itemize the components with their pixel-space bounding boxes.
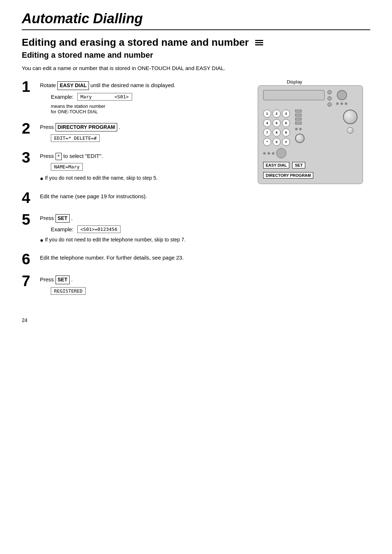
key-star: * [263,138,271,146]
step-number-4: 4 [22,190,40,205]
key-5: 5 [273,119,281,127]
device-wrapper: Display [258,79,370,184]
keypad: 1 2 3 4 5 6 7 8 9 * 0 # [263,110,290,146]
step1-text2: until the desired name is displayed. [90,82,175,88]
step5-note: If you do not need to edit the telephone… [45,237,186,243]
step7-text1: Press [40,276,56,282]
step7-text2: . [71,276,73,282]
step-number-1: 1 [22,79,40,94]
key-8: 8 [273,129,281,137]
dir-prog-label: DIRECTORY PROGRAM [263,172,313,179]
dot-d [295,128,298,130]
step-6: 6 Edit the telephone number. For further… [22,252,247,267]
step-number-5: 5 [22,212,40,227]
step-number-7: 7 [22,273,40,289]
key-9: 9 [282,129,290,137]
side-btn-3 [327,102,332,107]
step-number-3: 3 [22,150,40,165]
dir-prog-key-2: DIRECTORY PROGRAM [56,123,117,132]
display-label: Display [287,79,302,85]
step-3-content: Press * to select "EDIT". NAME=Mary ● If… [40,150,247,183]
step4-text: Edit the name (see page 19 for instructi… [40,192,247,200]
medium-knob [295,134,305,143]
device-column: Display [258,79,370,303]
device-body: 1 2 3 4 5 6 7 8 9 * 0 # [258,85,363,184]
step-1-content: Rotate EASY DIAL until the desired name … [40,79,247,114]
step-2: 2 Press DIRECTORY PROGRAM . EDIT=* DELET… [22,121,247,144]
step-1: 1 Rotate EASY DIAL until the desired nam… [22,79,247,114]
rect-2 [295,114,302,117]
step-2-content: Press DIRECTORY PROGRAM . EDIT=* DELETE=… [40,121,247,144]
step-number-6: 6 [22,252,40,267]
step3-text2: to select "EDIT". [64,153,103,159]
step-5-content: Press SET . Example: <S01>=0123456 ● If … [40,212,247,245]
rect-3 [295,118,302,121]
steps-column: 1 Rotate EASY DIAL until the desired nam… [22,79,247,303]
step-number-2: 2 [22,121,40,136]
step1-example: Example: Mary <S01> [51,91,247,102]
side-btn-2 [327,96,332,101]
lines-icon [255,40,263,45]
station-note: means the station numberfor ONE-TOUCH DI… [51,103,247,114]
dot-c [272,152,274,155]
key-7: 7 [263,129,271,137]
key-6: 6 [282,119,290,127]
small-knob [347,127,354,134]
step-4-content: Edit the name (see page 19 for instructi… [40,190,247,201]
page-number: 24 [22,317,28,323]
step3-text1: Press [40,153,56,159]
step5-display: <S01>=0123456 [77,225,121,233]
side-btn-1 [327,90,332,94]
step2-text2: . [119,124,120,130]
set-key-7: SET [56,276,70,284]
side-buttons [327,90,332,107]
step-5: 5 Press SET . Example: <S01>=0123456 ● I… [22,212,247,245]
rect-4 [295,122,302,125]
key-3: 3 [282,110,290,118]
easy-dial-label: EASY DIAL [263,162,289,168]
key-1: 1 [263,110,271,118]
step5-example: Example: <S01>=0123456 [51,224,247,235]
star-key: * [56,153,62,160]
bullet-5: ● [40,237,44,244]
step5-text2: . [71,215,73,221]
step1-text1: Rotate [40,82,57,88]
bottom-labels: EASY DIAL SET [263,162,358,168]
intro-text: You can edit a name or number that is st… [22,65,370,71]
step3-note: If you do not need to edit the name, ski… [45,175,158,181]
example-label-1: Example: [51,94,74,100]
dot-e [299,128,302,130]
step-4: 4 Edit the name (see page 19 for instruc… [22,190,247,205]
content-area: 1 Rotate EASY DIAL until the desired nam… [22,79,370,303]
key-2: 2 [273,110,281,118]
step2-display: EDIT=* DELETE=# [51,134,100,142]
step7-display: REGISTERED [51,287,86,295]
page-title: Automatic Dialling [22,11,370,30]
step3-display: NAME=Mary [51,163,83,171]
dot-2 [340,102,343,105]
key-4: 4 [263,119,271,127]
set-key-5: SET [56,214,70,223]
step-3: 3 Press * to select "EDIT". NAME=Mary ● … [22,150,247,183]
dot-3 [345,102,347,105]
right-controls [336,90,347,105]
section-title: Editing and erasing a stored name and nu… [22,37,370,48]
dot-a [263,152,266,155]
center-knob [276,148,286,158]
dot-b [268,152,270,155]
example-display-1: Mary <S01> [77,93,132,101]
bullet-3: ● [40,175,44,182]
set-label: SET [292,162,305,168]
step-6-content: Edit the telephone number. For further d… [40,252,247,263]
subsection-title: Editing a stored name and number [22,50,370,60]
easy-dial-key: EASY DIAL [57,81,89,90]
big-knob [343,110,358,124]
key-0: 0 [273,138,281,146]
device-display-screen [263,90,324,100]
step5-text1: Press [40,215,56,221]
small-rect-group [295,110,305,125]
dot-1 [336,102,339,105]
rect-1 [295,110,302,113]
step-7: 7 Press SET . REGISTERED [22,273,247,296]
key-hash: # [282,138,290,146]
